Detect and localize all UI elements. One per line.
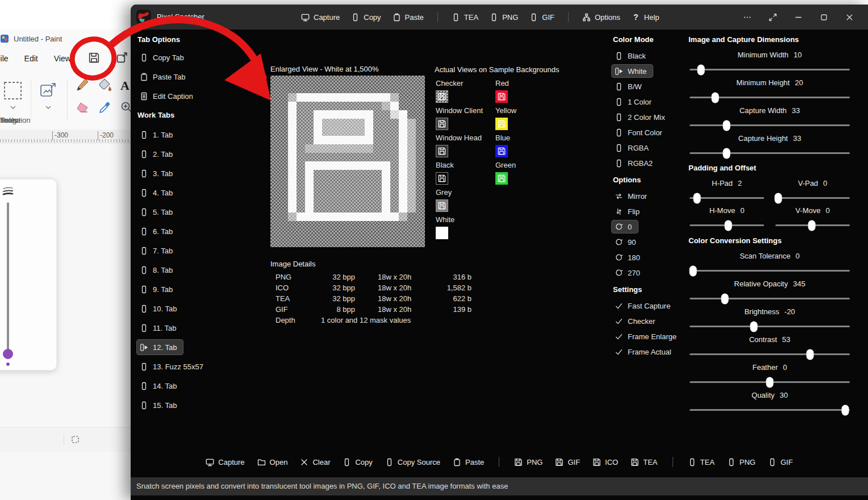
slider-track[interactable]	[690, 326, 850, 327]
slider-track[interactable]	[690, 353, 850, 355]
bottom-copy-format-button[interactable]: TEA	[688, 458, 715, 466]
slider-track[interactable]	[690, 124, 850, 126]
slider-track[interactable]	[690, 298, 850, 299]
slider-thumb[interactable]	[725, 220, 732, 231]
slider-thumb[interactable]	[723, 148, 730, 159]
titlebar-format-button[interactable]: GIF	[529, 13, 554, 22]
slider-track[interactable]	[690, 197, 764, 199]
paint-menu-item[interactable]: File	[0, 54, 9, 63]
chevron-down-icon[interactable]	[45, 106, 51, 109]
option-item[interactable]: 270	[611, 266, 647, 280]
setting-toggle[interactable]: Frame Actual	[611, 345, 678, 359]
slider-thumb[interactable]	[694, 193, 701, 203]
color-mode-item[interactable]: B/W	[611, 80, 649, 93]
paint-text-tool[interactable]: A	[120, 78, 132, 93]
slider-thumb[interactable]	[808, 220, 816, 231]
slider-thumb[interactable]	[750, 321, 757, 332]
bottom-toolbar-button[interactable]: Copy	[343, 458, 372, 466]
size-slider-thumb[interactable]	[3, 349, 13, 359]
work-tab[interactable]: 8. Tab	[136, 262, 180, 278]
bottom-copy-format-button[interactable]: PNG	[727, 458, 756, 466]
work-tab[interactable]: 15. Tab	[136, 397, 183, 413]
paint-image-tool-icon[interactable]	[39, 81, 57, 100]
titlebar-button[interactable]: Paste	[393, 13, 424, 22]
tab-option-button[interactable]: Edit Caption	[136, 88, 200, 104]
titlebar-button[interactable]: Copy	[351, 13, 381, 22]
paint-fill-icon[interactable]	[98, 77, 112, 92]
slider-thumb[interactable]	[697, 64, 704, 75]
slider-thumb[interactable]	[841, 405, 849, 415]
slider-track[interactable]	[690, 224, 764, 226]
option-item[interactable]: 90	[611, 235, 642, 249]
work-tab[interactable]: 7. Tab	[136, 243, 180, 259]
option-item[interactable]: Flip	[611, 205, 646, 218]
color-mode-item[interactable]: Black	[611, 49, 653, 63]
work-tab[interactable]: 13. Fuzz 55x57	[136, 359, 210, 374]
titlebar-menu-button[interactable]: Options	[582, 13, 620, 22]
color-mode-item[interactable]: Font Color	[611, 126, 669, 139]
titlebar-format-button[interactable]: PNG	[490, 13, 518, 22]
color-mode-item[interactable]: RGBA2	[611, 156, 660, 170]
color-mode-item[interactable]: White	[611, 64, 653, 78]
paint-eraser-icon[interactable]	[76, 101, 90, 114]
paint-selection-icon[interactable]	[3, 81, 22, 100]
work-tab[interactable]: 10. Tab	[136, 301, 183, 316]
work-tab[interactable]: 14. Tab	[136, 378, 183, 394]
tab-option-button[interactable]: Paste Tab	[136, 69, 193, 85]
bottom-save-button[interactable]: TEA	[631, 458, 657, 466]
chevron-down-icon[interactable]	[10, 106, 16, 109]
slider-thumb[interactable]	[721, 293, 729, 304]
work-tab[interactable]: 4. Tab	[136, 185, 180, 201]
titlebar-menu-button[interactable]: ?Help	[632, 13, 660, 22]
slider-thumb[interactable]	[723, 120, 730, 131]
work-tab[interactable]: 1. Tab	[136, 127, 180, 143]
paint-menu-item[interactable]: View	[54, 54, 71, 63]
setting-toggle[interactable]: Frame Enlarge	[611, 330, 682, 343]
slider-track[interactable]	[690, 152, 850, 154]
option-item[interactable]: Mirror	[611, 189, 654, 203]
slider-track[interactable]	[690, 409, 850, 411]
bottom-toolbar-button[interactable]: Paste	[453, 458, 484, 466]
color-mode-item[interactable]: 1 Color	[611, 95, 658, 109]
paint-save-icon[interactable]	[88, 52, 100, 64]
work-tab[interactable]: 5. Tab	[136, 204, 180, 220]
tab-option-button[interactable]: Copy Tab	[136, 49, 191, 65]
paint-share-icon[interactable]	[116, 52, 128, 64]
titlebar-format-button[interactable]: TEA	[452, 13, 478, 22]
bottom-toolbar-button[interactable]: Clear	[300, 458, 330, 466]
setting-toggle[interactable]: Checker	[611, 314, 662, 328]
bottom-save-button[interactable]: GIF	[555, 458, 580, 466]
bottom-toolbar-button[interactable]: Copy Source	[385, 458, 440, 466]
slider-track[interactable]	[690, 381, 850, 383]
color-mode-item[interactable]: RGBA	[611, 141, 656, 155]
slider-thumb[interactable]	[775, 193, 782, 203]
titlebar-button[interactable]: Capture	[301, 13, 340, 22]
paint-menu-item[interactable]: Edit	[24, 54, 38, 63]
slider-thumb[interactable]	[766, 377, 774, 388]
paint-pencil-icon[interactable]	[76, 77, 90, 93]
work-tab[interactable]: 9. Tab	[136, 281, 180, 297]
slider-track[interactable]	[690, 69, 850, 70]
work-tab[interactable]: 12. Tab	[136, 339, 183, 355]
bottom-save-button[interactable]: PNG	[514, 458, 542, 466]
work-tab[interactable]: 3. Tab	[136, 165, 180, 181]
bottom-copy-format-button[interactable]: GIF	[768, 458, 793, 466]
color-mode-item[interactable]: 2 Color Mix	[611, 110, 672, 124]
slider-thumb[interactable]	[806, 349, 813, 360]
bottom-toolbar-button[interactable]: Capture	[206, 458, 244, 466]
option-item[interactable]: 0	[611, 220, 639, 234]
work-tab[interactable]: 6. Tab	[136, 223, 180, 239]
setting-toggle[interactable]: Fast Capture	[611, 299, 677, 312]
work-tab[interactable]: 11. Tab	[136, 320, 183, 336]
work-tab[interactable]: 2. Tab	[136, 146, 180, 162]
option-item[interactable]: 180	[611, 251, 647, 264]
size-slider-track[interactable]	[7, 202, 9, 351]
slider-thumb[interactable]	[689, 265, 696, 276]
slider-track[interactable]	[690, 270, 850, 272]
slider-track[interactable]	[775, 224, 850, 226]
bottom-toolbar-button[interactable]: Open	[257, 458, 288, 466]
slider-track[interactable]	[690, 97, 850, 98]
slider-thumb[interactable]	[712, 92, 719, 103]
slider-track[interactable]	[775, 197, 850, 199]
paint-eyedropper-icon[interactable]	[98, 101, 112, 114]
